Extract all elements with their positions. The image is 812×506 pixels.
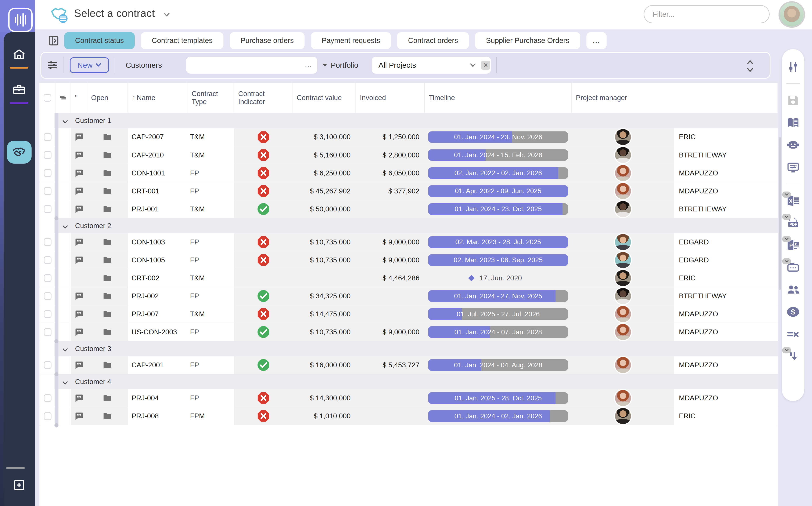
sidebar-item-briefcase[interactable] [4,83,35,97]
select-all-checkbox[interactable] [44,94,52,102]
collapse-group-icon[interactable] [62,223,68,229]
contract-name[interactable]: CRT-001 [128,182,188,200]
tab-contract-templates[interactable]: Contract templates [141,32,223,49]
comment-icon[interactable] [74,255,84,265]
chevron-down-icon[interactable] [782,347,791,353]
row-checkbox[interactable] [44,394,52,402]
comment-icon[interactable] [74,411,84,421]
contract-name[interactable]: CON-1005 [128,251,188,269]
tool-robot-button[interactable] [786,138,800,152]
row-checkbox[interactable] [44,292,52,300]
collapse-group-icon[interactable] [62,346,68,352]
timeline-bar[interactable]: 01. Jan. 2024 - 07. Jan. 2028 [428,326,568,338]
comment-icon[interactable] [74,186,84,196]
portfolio-select[interactable]: All Projects [372,57,481,74]
column-header-type[interactable]: Contract Type [188,83,234,113]
timeline-bar[interactable]: 01. Jan. 2024 - 23. Oct. 2025 [428,203,568,215]
folder-icon[interactable] [103,186,112,196]
row-checkbox[interactable] [44,310,52,318]
contract-name[interactable]: PRJ-008 [128,407,188,425]
column-header-reorder[interactable] [56,83,71,113]
portfolio-clear-button[interactable]: ✕ [481,57,491,74]
contract-name[interactable]: PRJ-004 [128,390,188,407]
folder-icon[interactable] [103,310,112,319]
tool-snapshot-camera-button[interactable] [786,261,800,274]
comment-icon[interactable] [74,204,84,214]
row-checkbox[interactable] [44,205,52,213]
contract-name[interactable]: PRJ-007 [128,306,188,323]
tool-export-pdf-button[interactable]: PDF [786,216,800,230]
row-checkbox[interactable] [44,169,52,177]
chevron-down-icon[interactable] [782,214,791,220]
tool-export-powerpoint-button[interactable]: P [786,239,800,252]
column-header-comments[interactable]: " [71,83,87,113]
tabs-more-button[interactable]: ... [586,32,606,49]
tool-book-button[interactable] [786,116,800,130]
column-header-select[interactable] [40,83,56,113]
row-checkbox[interactable] [44,361,52,369]
timeline-bar[interactable]: 02. Mar. 2023 - 28. Jul. 2025 [428,236,568,248]
column-header-open[interactable]: Open [87,83,128,113]
group-header-row[interactable]: Customer 1 [40,113,778,128]
group-header-row[interactable]: Customer 3 [40,341,778,356]
tool-column-sliders-button[interactable] [786,60,800,74]
comment-icon[interactable] [74,360,84,370]
customers-more-icon[interactable]: ... [305,61,312,69]
collapse-group-icon[interactable] [62,118,68,124]
comment-icon[interactable] [74,151,84,160]
comment-icon[interactable] [74,394,84,403]
vertical-scrollbar[interactable] [779,137,781,290]
contract-row-prj-007[interactable]: PRJ-007T&M$ 14,475,00001. Jul. 2025 - 27… [40,306,778,323]
row-checkbox[interactable] [44,328,52,336]
row-checkbox[interactable] [44,133,52,141]
expand-panel-icon[interactable] [48,35,60,47]
sidebar-add-button[interactable] [4,478,35,492]
folder-icon[interactable] [103,360,112,370]
contract-name[interactable]: US-CON-2003 [128,323,188,341]
comment-icon[interactable] [74,327,84,337]
contract-name[interactable]: PRJ-002 [128,287,188,305]
contract-row-con-1005[interactable]: CON-1005FP$ 10,735,000$ 9,000,00002. Mar… [40,251,778,269]
column-header-value[interactable]: Contract value [292,83,356,113]
comment-icon[interactable] [74,238,84,247]
sidebar-item-home[interactable] [4,48,35,62]
tool-save-button[interactable] [786,94,800,107]
group-header-row[interactable]: Customer 2 [40,218,778,233]
tool-sort-export-button[interactable] [786,350,800,363]
tab-contract-orders[interactable]: Contract orders [397,32,469,49]
folder-icon[interactable] [103,291,112,301]
collapse-group-icon[interactable] [62,378,68,385]
contract-row-cap-2001[interactable]: CAP-2001FP$ 16,000,000$ 5,453,72701. Jan… [40,356,778,374]
milestone-marker[interactable]: 17. Jun. 2020 [425,274,522,282]
tool-currency-dollar-button[interactable]: $ [786,305,800,319]
contract-name[interactable]: PRJ-001 [128,200,188,218]
row-checkbox[interactable] [44,238,52,246]
contract-name[interactable]: CON-1003 [128,233,188,251]
tool-display-settings-button[interactable] [786,160,800,174]
contract-row-con-1003[interactable]: CON-1003FP$ 10,735,000$ 9,000,00002. Mar… [40,233,778,251]
contract-row-prj-008[interactable]: PRJ-008FPM$ 1,010,00001. Jan. 2024 - 02.… [40,407,778,425]
user-avatar[interactable] [780,3,804,26]
column-header-indicator[interactable]: Contract Indicator [234,83,292,113]
timeline-bar[interactable]: 02. Jan. 2022 - 02. Jan. 2026 [428,167,568,179]
folder-icon[interactable] [103,204,112,214]
comment-icon[interactable] [74,132,84,142]
row-checkbox[interactable] [44,151,52,159]
global-filter-input[interactable] [644,5,769,23]
timeline-bar[interactable]: 01. Jul. 2025 - 27. Jul. 2026 [428,308,568,320]
timeline-bar[interactable]: 02. Mar. 2023 - 08. Sep. 2025 [428,254,568,266]
timeline-bar[interactable]: 01. Jan. 2024 - 04. Aug. 2028 [428,359,568,371]
collapse-expand-control[interactable] [746,58,754,74]
folder-icon[interactable] [103,238,112,247]
row-checkbox[interactable] [44,256,52,264]
timeline-bar[interactable]: 01. Jan. 2024 - 02. Jan. 2026 [428,410,568,422]
advanced-filter-icon[interactable] [47,60,58,71]
row-checkbox[interactable] [44,187,52,195]
contract-row-cap-2007[interactable]: CAP-2007T&M$ 3,100,000$ 1,250,00001. Jan… [40,128,778,146]
row-checkbox[interactable] [44,274,52,282]
contract-name[interactable]: CAP-2001 [128,356,188,374]
column-header-invoiced[interactable]: Invoiced [356,83,425,113]
contract-row-prj-002[interactable]: PRJ-002FP$ 34,325,00001. Jan. 2024 - 27.… [40,287,778,305]
chevron-down-icon[interactable] [782,191,791,198]
tab-supplier-purchase-orders[interactable]: Supplier Purchase Orders [475,32,580,49]
